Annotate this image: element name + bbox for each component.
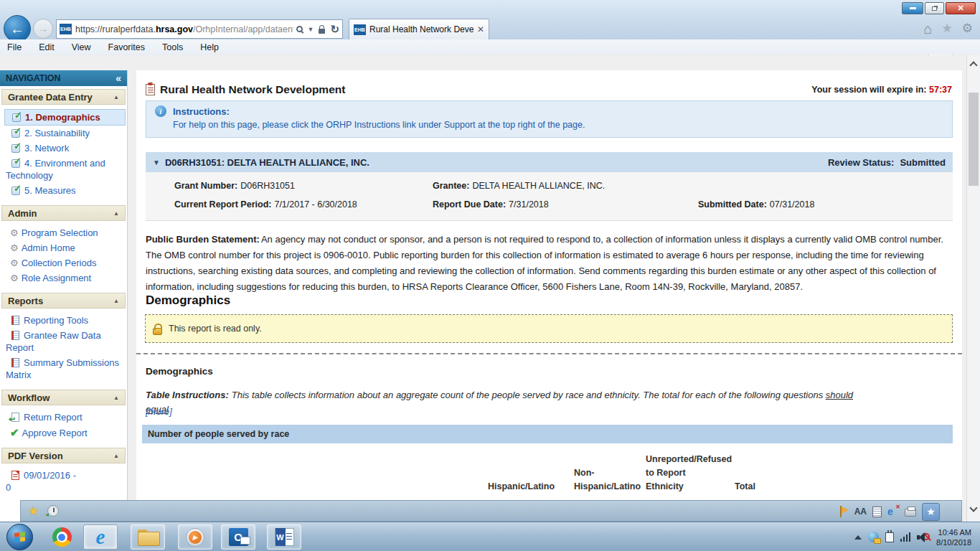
menu-favorites[interactable]: Favorites [100,41,154,54]
more-link[interactable]: [more] [146,406,172,417]
section-reports[interactable]: Reports ▲ [1,293,126,309]
sidebar-item-demographics[interactable]: 1. Demographics [4,109,126,126]
checkbox-check-icon [11,144,20,153]
scrollbar-thumb[interactable] [969,93,979,186]
instructions-text: For help on this page, please click the … [146,117,952,130]
start-button[interactable] [6,524,33,550]
history-clock-icon[interactable] [47,505,59,517]
checkbox-check-icon [11,159,20,168]
back-button[interactable]: ← [4,15,31,42]
menu-help[interactable]: Help [192,41,227,54]
review-status-value: Submitted [900,157,946,168]
text-size-icon[interactable]: AA [854,507,867,517]
sidebar-item-admin-home[interactable]: ⚙Admin Home [4,240,126,255]
accordion-up-icon: ▲ [113,453,119,459]
sidebar-item-program-selection[interactable]: ⚙Program Selection [4,225,126,240]
column-non-hispanic-latino: Non-Hispanic/Latino [574,466,654,494]
flag-icon[interactable] [839,506,849,517]
search-icon[interactable] [296,26,303,32]
taskbar-chrome-button[interactable] [44,524,79,550]
approve-check-icon: ✔ [10,426,19,438]
sidebar-item-environment-technology[interactable]: 4. Environment and Technology [4,156,126,183]
taskbar-explorer-button[interactable] [131,524,165,550]
taskbar-media-player-button[interactable]: ▶ [178,524,212,550]
sidebar-item-grantee-raw-data-report[interactable]: Grantee Raw Data Report [4,328,126,355]
favorites-star-icon[interactable]: ★ [942,21,953,36]
taskbar-outlook-button[interactable]: O [221,524,255,550]
favorites-star-icon[interactable]: ★ [28,504,39,519]
demographics-heading: Demographics [146,293,230,308]
tab-close-icon[interactable]: ✕ [477,24,484,34]
menu-view[interactable]: View [63,41,100,54]
sidebar-item-pdf-link[interactable]: 09/01/2016 - 0 [4,468,85,495]
sidebar-item-return-report[interactable]: Return Report [4,410,126,425]
sidebar-item-role-assignment[interactable]: ⚙Role Assignment [4,270,126,286]
lock-icon [153,328,162,335]
sidebar-item-measures[interactable]: 5. Measures [4,183,126,198]
collapse-triangle-icon[interactable]: ▼ [153,159,160,166]
action-center-icon[interactable] [885,532,894,542]
grant-details: Grant Number:D06RH31051 Grantee:DELTA HE… [146,172,953,221]
hidden-icons-arrow[interactable] [854,535,862,540]
signal-bars-icon[interactable] [900,532,911,542]
section-pdf-version[interactable]: PDF Version ▲ [1,448,126,463]
address-bar[interactable]: EHB https://ruralperfdata.hrsa.gov/OrhpI… [56,19,343,39]
demographics-subheading: Demographics [146,366,213,377]
network-lock-icon[interactable] [868,532,879,542]
taskbar-word-button[interactable]: W [267,524,301,550]
readonly-text: This report is read only. [169,324,262,334]
menu-edit[interactable]: Edit [30,41,63,54]
accordion-up-icon: ▲ [113,210,119,217]
instructions-box: i Instructions: For help on this page, p… [146,100,953,138]
chevron-down-icon[interactable]: ▼ [308,26,314,33]
section-grantee-data-entry[interactable]: Grantee Data Entry ▲ [1,89,126,105]
restore-button[interactable] [925,2,944,14]
sidebar-item-network[interactable]: 3. Network [4,141,126,156]
gear-icon: ⚙ [10,273,19,283]
compatibility-icon[interactable]: e [887,506,899,517]
browser-tab[interactable]: EHB Rural Health Network Deve... ✕ [349,19,489,39]
scroll-down-icon[interactable] [969,504,977,512]
menu-file[interactable]: File [7,41,30,54]
sidebar-navigation: NAVIGATION « Grantee Data Entry ▲ 1. Dem… [0,70,128,522]
table-section-header: Number of people served by race [142,425,953,443]
home-icon[interactable]: ⌂ [923,22,932,36]
section-workflow[interactable]: Workflow ▲ [1,390,126,405]
section-admin[interactable]: Admin ▲ [1,205,126,221]
sidebar-item-collection-periods[interactable]: ⚙Collection Periods [4,255,126,270]
gear-icon: ⚙ [10,227,19,238]
taskbar-ie-button[interactable]: e [83,524,118,550]
close-window-button[interactable]: ✕ [946,2,976,14]
scroll-up-icon[interactable] [969,61,977,69]
review-status: Review Status:Submitted [828,157,946,168]
sidebar-item-reporting-tools[interactable]: Reporting Tools [4,313,126,328]
favorites-button[interactable]: ★ [922,503,940,521]
sidebar-item-sustainability[interactable]: 2. Sustainability [4,126,126,141]
checkbox-check-icon [12,113,21,122]
public-burden-statement: Public Burden Statement:An agency may no… [146,232,951,295]
tab-title[interactable]: Rural Health Network Deve... [369,24,474,34]
report-icon [11,358,19,367]
menu-tools[interactable]: Tools [154,41,192,54]
report-due-date: Report Due Date:7/31/2018 [433,199,549,209]
sidebar-item-summary-submissions-matrix[interactable]: Summary Submissions Matrix [4,355,126,382]
reading-view-icon[interactable] [872,507,882,517]
report-icon [11,331,19,340]
collapse-sidebar-icon[interactable]: « [116,72,121,84]
printer-icon[interactable] [905,509,916,517]
settings-gear-icon[interactable]: ⚙ [962,21,973,36]
muted-speaker-icon[interactable] [917,532,930,543]
grant-header-title: D06RH31051: DELTA HEALTH ALLIANCE, INC. [165,157,828,168]
tray-clock[interactable]: 10:46 AM 8/10/2018 [936,527,974,547]
sidebar-item-approve-report[interactable]: ✔Approve Report [4,425,126,441]
grant-collapse-bar[interactable]: ▼ D06RH31051: DELTA HEALTH ALLIANCE, INC… [146,152,953,172]
url-text[interactable]: https://ruralperfdata.hrsa.gov/OrhpInter… [75,24,293,34]
tab-favicon: EHB [354,24,366,35]
minimize-button[interactable] [902,2,923,14]
forward-button[interactable]: → [33,19,53,39]
submitted-date: Submitted Date:07/31/2018 [698,199,814,209]
accordion-up-icon: ▲ [113,395,119,401]
vertical-scrollbar[interactable] [966,55,980,522]
refresh-icon[interactable]: ↻ [330,23,339,36]
column-hispanic-latino: Hispanic/Latino [488,480,567,494]
